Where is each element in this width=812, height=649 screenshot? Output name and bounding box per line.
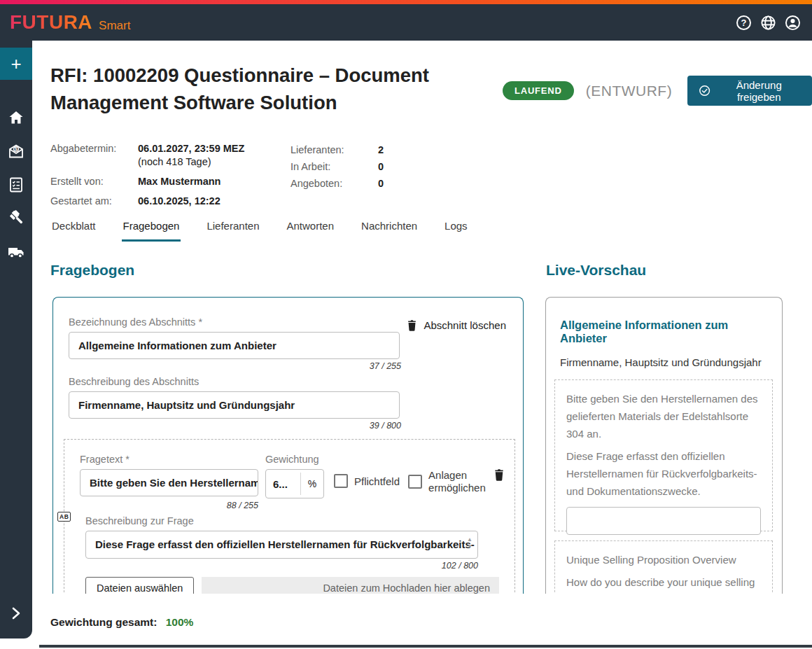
sidebar-item-auctions[interactable] (0, 202, 32, 235)
sidebar-item-logistics[interactable] (0, 235, 32, 269)
gavel-icon (8, 210, 24, 227)
sidebar-item-offers[interactable]: $ (0, 134, 32, 168)
scroll-spinner[interactable]: ▲▼ (467, 537, 472, 549)
weight-label: Gewichtung (265, 454, 324, 465)
required-label: Pflichtfeld (354, 475, 400, 487)
total-weight-row: Gewichtung gesamt: 100% (50, 616, 193, 629)
preview-answer-input[interactable] (566, 507, 761, 535)
status-row: LAUFEND (ENTWURF) Änderung freigeben (503, 76, 812, 106)
tab-fragebogen[interactable]: Fragebogen (122, 216, 181, 242)
status-badge: LAUFEND (503, 81, 574, 100)
tab-logs[interactable]: Logs (443, 216, 469, 242)
create-new-button[interactable]: + (0, 48, 32, 80)
app-window: FUTURA Smart ? (0, 0, 812, 649)
section-desc-label: Beschreibung des Abschnitts (69, 376, 507, 387)
sidebar-nav: + $ (0, 41, 32, 638)
question-weight-field: Gewichtung 6... % (265, 454, 324, 498)
question-desc-textarea[interactable]: Diese Frage erfasst den offiziellen Hers… (85, 531, 478, 559)
meta-label: In Arbeit: (290, 160, 378, 174)
question-type-text-icon: AB (57, 512, 71, 522)
preview-section-title: Allgemeine Informationen zum Anbieter (560, 319, 768, 345)
svg-text:$: $ (15, 146, 18, 152)
sidebar-item-home[interactable] (0, 101, 32, 134)
tab-deckblatt[interactable]: Deckblatt (50, 216, 97, 242)
delete-section-button[interactable]: Abschnitt löschen (406, 319, 506, 332)
weight-value[interactable]: 6... (266, 470, 300, 498)
app-header: FUTURA Smart ? (0, 4, 812, 41)
trash-icon (493, 468, 505, 482)
sidebar-item-questionnaires[interactable] (0, 168, 32, 202)
preview-question-desc: Diese Frage erfasst den offiziellen Hers… (566, 447, 761, 500)
question-desc-label: Beschreibung zur Frage (85, 515, 499, 526)
meta-label: Lieferanten: (290, 144, 378, 157)
preview-question-block: Bitte geben Sie den Herstellernamen des … (554, 379, 773, 531)
checklist-icon (8, 176, 24, 193)
help-icon[interactable]: ? (736, 15, 752, 31)
account-icon[interactable] (785, 15, 801, 31)
meta-sub-value: (noch 418 Tage) (138, 155, 244, 169)
section-name-input[interactable]: Allgemeine Informationen zum Anbieter (69, 332, 400, 359)
choose-files-button[interactable]: Dateien auswählen (85, 577, 194, 594)
release-change-button[interactable]: Änderung freigeben (687, 76, 812, 106)
question-text-input[interactable]: Bitte geben Sie den Herstellernam... (80, 469, 258, 496)
preview-question-title: Bitte geben Sie den Herstellernamen des … (566, 390, 761, 442)
home-icon (8, 109, 24, 126)
delete-question-button[interactable] (493, 468, 505, 482)
required-checkbox-group: Pflichtfeld (334, 474, 400, 488)
meta-value: 06.01.2027, 23:59 MEZ (noch 418 Tage) (138, 142, 244, 169)
weight-unit: % (301, 470, 323, 498)
question-desc-field: Beschreibung zur Frage Diese Frage erfas… (85, 515, 499, 571)
meta-info-left: Abgabetermin: 06.01.2027, 23:59 MEZ (noc… (50, 142, 244, 208)
language-globe-icon[interactable] (760, 15, 776, 31)
delete-section-label: Abschnitt löschen (424, 319, 506, 331)
meta-label: Gestartet am: (50, 195, 138, 208)
chevron-right-icon (10, 607, 22, 620)
attachments-checkbox[interactable] (408, 475, 422, 489)
page-title: RFI: 10002209 Questionnaire – Document M… (50, 62, 470, 116)
live-preview-card: Allgemeine Informationen zum Anbieter Fi… (545, 297, 783, 594)
preview-question-title: Unique Selling Proposition Overview (566, 551, 761, 568)
meta-info-right: Lieferanten: 2 In Arbeit: 0 Angeboten: 0 (290, 144, 384, 190)
envelope-dollar-icon: $ (8, 143, 24, 160)
file-dropzone[interactable]: Dateien zum Hochladen hier ablegen (202, 577, 499, 594)
meta-value: 0 (378, 177, 384, 190)
weight-input[interactable]: 6... % (265, 469, 324, 498)
preview-section-desc: Firmenname, Hauptsitz und Gründungsjahr (560, 356, 768, 368)
meta-value: Max Mustermann (138, 175, 244, 188)
window-bottom-edge (39, 645, 812, 648)
meta-value: 2 (378, 144, 384, 157)
release-change-label: Änderung freigeben (717, 79, 801, 103)
total-weight-label: Gewichtung gesamt: (50, 616, 157, 628)
tab-nachrichten[interactable]: Nachrichten (360, 216, 419, 242)
question-block: AB Fragetext * Bitte geben Sie den Herst… (64, 439, 515, 594)
attachments-checkbox-group: Anlagen ermöglichen (408, 469, 493, 494)
header-icons: ? (736, 15, 801, 31)
question-row: Fragetext * Bitte geben Sie den Herstell… (80, 454, 499, 498)
spinner-down-icon[interactable]: ▼ (467, 544, 472, 549)
tab-lieferanten[interactable]: Lieferanten (205, 216, 260, 242)
meta-value: 0 (378, 160, 384, 174)
draft-label: (ENTWURF) (586, 83, 672, 99)
section-editor-card: Abschnitt löschen Bezeichnung des Abschn… (52, 297, 524, 594)
question-text-label: Fragetext * (80, 454, 258, 465)
preview-heading: Live-Vorschau (546, 262, 646, 279)
section-desc-input[interactable]: Firmenname, Hauptsitz und Gründungsjahr (69, 391, 400, 419)
check-circle-icon (699, 84, 710, 97)
meta-label: Erstellt von: (50, 175, 138, 188)
brand-logo: FUTURA (10, 11, 92, 34)
main-content: RFI: 10002209 Questionnaire – Document M… (32, 41, 812, 649)
question-text-field: Fragetext * Bitte geben Sie den Herstell… (80, 454, 258, 496)
meta-value: 06.10.2025, 12:22 (138, 195, 244, 208)
question-text-counter: 88 / 255 (80, 501, 258, 510)
spinner-up-icon[interactable]: ▲ (467, 537, 472, 542)
required-checkbox[interactable] (334, 474, 348, 488)
file-upload-row: Dateien auswählen Dateien zum Hochladen … (85, 577, 499, 594)
truck-icon (7, 244, 25, 260)
tab-antworten[interactable]: Antworten (286, 216, 336, 242)
meta-label: Abgabetermin: (50, 142, 138, 169)
editor-heading: Fragebogen (50, 262, 134, 279)
brand-suffix: Smart (99, 19, 130, 33)
tab-bar: Deckblatt Fragebogen Lieferanten Antwort… (50, 216, 469, 242)
section-desc-counter: 39 / 800 (69, 421, 401, 431)
sidebar-expand-button[interactable] (0, 596, 32, 630)
